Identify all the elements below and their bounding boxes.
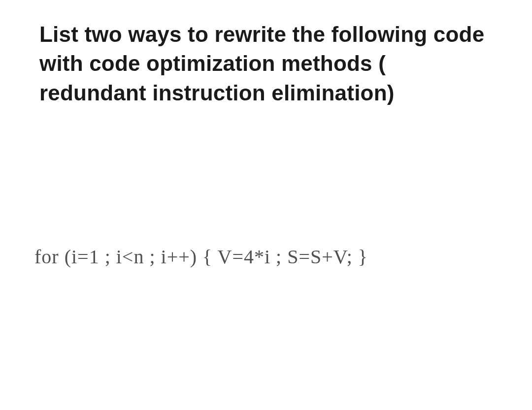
handwritten-code: for (i=1 ; i<n ; i++) { V=4*i ; S=S+V; } — [34, 245, 498, 268]
document-page: List two ways to rewrite the following c… — [0, 0, 532, 410]
question-text: List two ways to rewrite the following c… — [39, 20, 498, 107]
